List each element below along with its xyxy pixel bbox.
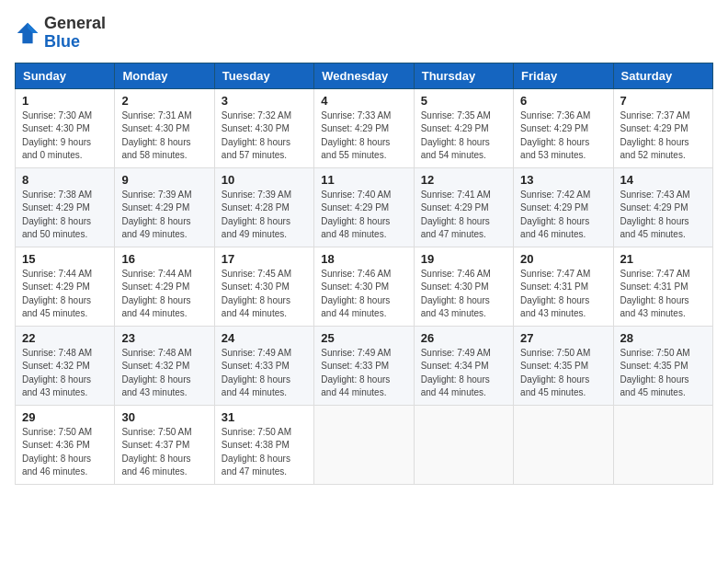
- day-info: Sunrise: 7:49 AMSunset: 4:33 PMDaylight:…: [222, 348, 291, 398]
- col-header-sunday: Sunday: [16, 63, 115, 88]
- calendar-cell: 1 Sunrise: 7:30 AMSunset: 4:30 PMDayligh…: [16, 88, 115, 167]
- day-number: 5: [421, 94, 506, 108]
- day-info: Sunrise: 7:41 AMSunset: 4:29 PMDaylight:…: [421, 190, 491, 240]
- calendar-table: SundayMondayTuesdayWednesdayThursdayFrid…: [15, 63, 713, 485]
- day-number: 1: [22, 94, 108, 108]
- calendar-week-4: 22 Sunrise: 7:48 AMSunset: 4:32 PMDaylig…: [16, 326, 713, 405]
- day-number: 26: [421, 331, 506, 345]
- calendar-cell: 20 Sunrise: 7:47 AMSunset: 4:31 PMDaylig…: [514, 247, 613, 326]
- day-number: 28: [620, 331, 706, 345]
- day-number: 15: [22, 252, 108, 266]
- calendar-cell: 9 Sunrise: 7:39 AMSunset: 4:29 PMDayligh…: [115, 167, 214, 247]
- day-info: Sunrise: 7:48 AMSunset: 4:32 PMDaylight:…: [22, 348, 92, 398]
- calendar-cell: 23 Sunrise: 7:48 AMSunset: 4:32 PMDaylig…: [115, 326, 214, 405]
- day-info: Sunrise: 7:31 AMSunset: 4:30 PMDaylight:…: [121, 110, 191, 161]
- calendar-cell: 5 Sunrise: 7:35 AMSunset: 4:29 PMDayligh…: [414, 88, 513, 167]
- day-info: Sunrise: 7:44 AMSunset: 4:29 PMDaylight:…: [121, 269, 191, 319]
- calendar-week-2: 8 Sunrise: 7:38 AMSunset: 4:29 PMDayligh…: [16, 167, 713, 247]
- day-number: 18: [321, 252, 406, 266]
- day-info: Sunrise: 7:48 AMSunset: 4:32 PMDaylight:…: [121, 348, 191, 398]
- calendar-cell: [314, 405, 414, 484]
- day-number: 7: [620, 94, 706, 108]
- calendar-cell: 29 Sunrise: 7:50 AMSunset: 4:36 PMDaylig…: [16, 405, 115, 484]
- day-info: Sunrise: 7:46 AMSunset: 4:30 PMDaylight:…: [321, 269, 391, 319]
- day-info: Sunrise: 7:45 AMSunset: 4:30 PMDaylight:…: [222, 269, 291, 319]
- day-info: Sunrise: 7:40 AMSunset: 4:29 PMDaylight:…: [321, 190, 391, 240]
- day-info: Sunrise: 7:30 AMSunset: 4:30 PMDaylight:…: [22, 110, 92, 161]
- calendar-cell: 28 Sunrise: 7:50 AMSunset: 4:35 PMDaylig…: [613, 326, 712, 405]
- calendar-cell: 25 Sunrise: 7:49 AMSunset: 4:33 PMDaylig…: [314, 326, 414, 405]
- day-number: 21: [620, 252, 706, 266]
- calendar-cell: 19 Sunrise: 7:46 AMSunset: 4:30 PMDaylig…: [414, 247, 513, 326]
- calendar-cell: [414, 405, 513, 484]
- calendar-cell: 4 Sunrise: 7:33 AMSunset: 4:29 PMDayligh…: [314, 88, 414, 167]
- day-number: 24: [222, 331, 307, 345]
- day-number: 25: [321, 331, 406, 345]
- day-info: Sunrise: 7:47 AMSunset: 4:31 PMDaylight:…: [620, 269, 690, 319]
- calendar-week-1: 1 Sunrise: 7:30 AMSunset: 4:30 PMDayligh…: [16, 88, 713, 167]
- day-info: Sunrise: 7:50 AMSunset: 4:37 PMDaylight:…: [121, 427, 191, 477]
- day-number: 16: [121, 252, 207, 266]
- logo-text: General Blue: [44, 15, 106, 52]
- calendar-cell: 17 Sunrise: 7:45 AMSunset: 4:30 PMDaylig…: [214, 247, 313, 326]
- day-info: Sunrise: 7:46 AMSunset: 4:30 PMDaylight:…: [421, 269, 491, 319]
- calendar-header-row: SundayMondayTuesdayWednesdayThursdayFrid…: [16, 63, 713, 88]
- calendar-cell: 26 Sunrise: 7:49 AMSunset: 4:34 PMDaylig…: [414, 326, 513, 405]
- day-number: 30: [121, 410, 207, 424]
- day-number: 14: [620, 173, 706, 187]
- calendar-cell: [613, 405, 712, 484]
- calendar-cell: 12 Sunrise: 7:41 AMSunset: 4:29 PMDaylig…: [414, 167, 513, 247]
- day-number: 2: [121, 94, 207, 108]
- col-header-wednesday: Wednesday: [314, 63, 414, 88]
- day-info: Sunrise: 7:47 AMSunset: 4:31 PMDaylight:…: [520, 269, 590, 319]
- day-number: 11: [321, 173, 406, 187]
- calendar-cell: 7 Sunrise: 7:37 AMSunset: 4:29 PMDayligh…: [613, 88, 712, 167]
- calendar-cell: 31 Sunrise: 7:50 AMSunset: 4:38 PMDaylig…: [214, 405, 313, 484]
- calendar-cell: 11 Sunrise: 7:40 AMSunset: 4:29 PMDaylig…: [314, 167, 414, 247]
- day-number: 10: [222, 173, 307, 187]
- day-info: Sunrise: 7:44 AMSunset: 4:29 PMDaylight:…: [22, 269, 92, 319]
- col-header-thursday: Thursday: [414, 63, 513, 88]
- logo: General Blue: [15, 15, 106, 52]
- calendar-cell: 16 Sunrise: 7:44 AMSunset: 4:29 PMDaylig…: [115, 247, 214, 326]
- day-info: Sunrise: 7:39 AMSunset: 4:29 PMDaylight:…: [121, 190, 191, 240]
- logo-icon: [15, 20, 40, 46]
- day-number: 6: [520, 94, 606, 108]
- day-info: Sunrise: 7:50 AMSunset: 4:35 PMDaylight:…: [520, 348, 590, 398]
- day-info: Sunrise: 7:37 AMSunset: 4:29 PMDaylight:…: [620, 110, 690, 161]
- day-info: Sunrise: 7:35 AMSunset: 4:29 PMDaylight:…: [421, 110, 491, 161]
- day-info: Sunrise: 7:50 AMSunset: 4:35 PMDaylight:…: [620, 348, 690, 398]
- day-info: Sunrise: 7:39 AMSunset: 4:28 PMDaylight:…: [222, 190, 291, 240]
- day-info: Sunrise: 7:42 AMSunset: 4:29 PMDaylight:…: [520, 190, 590, 240]
- calendar-week-3: 15 Sunrise: 7:44 AMSunset: 4:29 PMDaylig…: [16, 247, 713, 326]
- day-number: 29: [22, 410, 108, 424]
- calendar-cell: 14 Sunrise: 7:43 AMSunset: 4:29 PMDaylig…: [613, 167, 712, 247]
- day-info: Sunrise: 7:50 AMSunset: 4:38 PMDaylight:…: [222, 427, 291, 477]
- day-info: Sunrise: 7:36 AMSunset: 4:29 PMDaylight:…: [520, 110, 590, 161]
- day-number: 4: [321, 94, 406, 108]
- calendar-cell: 8 Sunrise: 7:38 AMSunset: 4:29 PMDayligh…: [16, 167, 115, 247]
- calendar-cell: 18 Sunrise: 7:46 AMSunset: 4:30 PMDaylig…: [314, 247, 414, 326]
- day-number: 19: [421, 252, 506, 266]
- calendar-cell: 15 Sunrise: 7:44 AMSunset: 4:29 PMDaylig…: [16, 247, 115, 326]
- calendar-cell: 6 Sunrise: 7:36 AMSunset: 4:29 PMDayligh…: [514, 88, 613, 167]
- col-header-saturday: Saturday: [613, 63, 712, 88]
- calendar-cell: [514, 405, 613, 484]
- logo-general: General: [44, 15, 106, 33]
- col-header-tuesday: Tuesday: [214, 63, 313, 88]
- day-number: 3: [222, 94, 307, 108]
- calendar-week-5: 29 Sunrise: 7:50 AMSunset: 4:36 PMDaylig…: [16, 405, 713, 484]
- calendar-cell: 2 Sunrise: 7:31 AMSunset: 4:30 PMDayligh…: [115, 88, 214, 167]
- calendar-cell: 27 Sunrise: 7:50 AMSunset: 4:35 PMDaylig…: [514, 326, 613, 405]
- calendar-cell: 21 Sunrise: 7:47 AMSunset: 4:31 PMDaylig…: [613, 247, 712, 326]
- day-number: 8: [22, 173, 108, 187]
- day-info: Sunrise: 7:33 AMSunset: 4:29 PMDaylight:…: [321, 110, 391, 161]
- day-info: Sunrise: 7:50 AMSunset: 4:36 PMDaylight:…: [22, 427, 92, 477]
- day-number: 13: [520, 173, 606, 187]
- day-number: 20: [520, 252, 606, 266]
- day-info: Sunrise: 7:38 AMSunset: 4:29 PMDaylight:…: [22, 190, 92, 240]
- day-info: Sunrise: 7:49 AMSunset: 4:34 PMDaylight:…: [421, 348, 491, 398]
- calendar-cell: 13 Sunrise: 7:42 AMSunset: 4:29 PMDaylig…: [514, 167, 613, 247]
- calendar-cell: 22 Sunrise: 7:48 AMSunset: 4:32 PMDaylig…: [16, 326, 115, 405]
- day-number: 22: [22, 331, 108, 345]
